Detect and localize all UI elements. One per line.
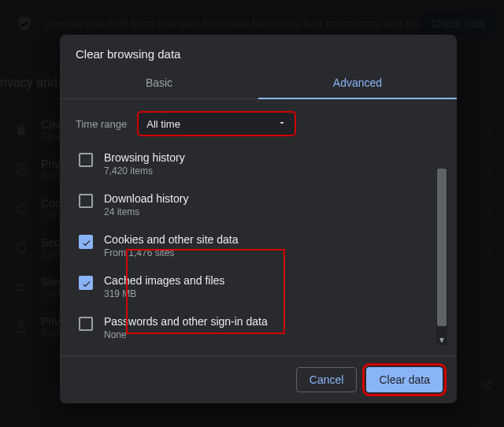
time-range-label: Time range xyxy=(76,118,127,130)
scrollbar[interactable]: ▼ xyxy=(436,169,447,345)
checkbox[interactable] xyxy=(79,317,93,331)
option-row[interactable]: Browsing history7,420 items xyxy=(76,143,441,184)
option-label: Browsing history xyxy=(104,151,185,164)
option-label: Passwords and other sign-in data xyxy=(104,315,268,328)
tab-basic[interactable]: Basic xyxy=(60,69,258,98)
option-sublabel: 319 MB xyxy=(104,288,224,299)
option-row[interactable]: Download history24 items xyxy=(76,184,441,225)
caret-down-icon xyxy=(277,118,287,128)
option-row[interactable]: Cached images and files319 MB xyxy=(76,266,441,307)
option-row[interactable]: Autofill form data xyxy=(76,348,441,355)
option-sublabel: 24 items xyxy=(104,206,188,217)
option-sublabel: 7,420 items xyxy=(104,165,185,176)
option-label: Cached images and files xyxy=(104,274,224,287)
time-range-value: All time xyxy=(146,118,180,130)
option-label: Download history xyxy=(104,192,188,205)
tab-advanced[interactable]: Advanced xyxy=(258,69,457,98)
option-row[interactable]: Cookies and other site dataFrom 1,476 si… xyxy=(76,225,441,266)
cancel-button[interactable]: Cancel xyxy=(296,367,358,392)
checkbox[interactable] xyxy=(79,153,93,167)
option-row[interactable]: Passwords and other sign-in dataNone xyxy=(76,307,441,348)
clear-data-button[interactable]: Clear data xyxy=(366,367,443,392)
checkbox[interactable] xyxy=(79,194,93,208)
checkbox[interactable] xyxy=(79,235,93,249)
checkbox[interactable] xyxy=(79,276,93,290)
clear-browsing-data-dialog: Clear browsing data Basic Advanced Time … xyxy=(60,35,457,403)
option-label: Cookies and other site data xyxy=(104,233,238,246)
option-sublabel: From 1,476 sites xyxy=(104,247,238,258)
scroll-down-icon[interactable]: ▼ xyxy=(436,334,447,345)
option-sublabel: None xyxy=(104,329,268,340)
time-range-select[interactable]: All time xyxy=(138,112,295,136)
scrollbar-thumb[interactable] xyxy=(437,169,447,326)
dialog-title: Clear browsing data xyxy=(60,35,457,69)
